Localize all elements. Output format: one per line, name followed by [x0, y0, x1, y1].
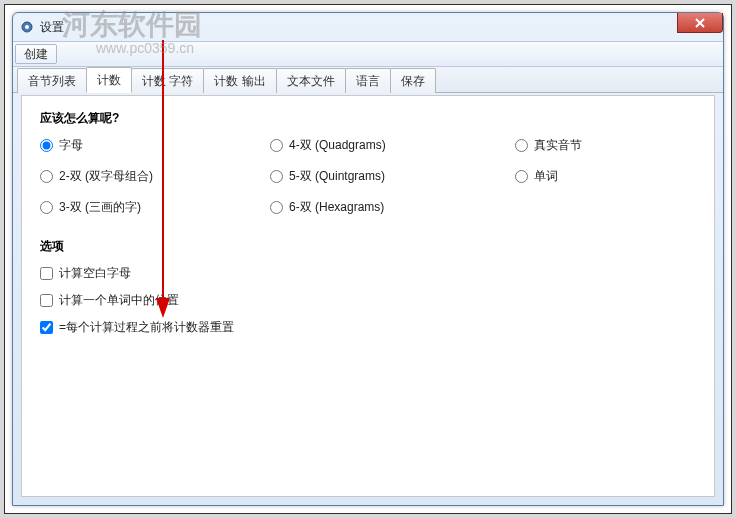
- radio-trigrams[interactable]: 3-双 (三画的字): [40, 199, 270, 216]
- check-word-position[interactable]: 计算一个单词中的位置: [40, 292, 696, 309]
- check-whitespace-input[interactable]: [40, 267, 53, 280]
- radio-trigrams-label: 3-双 (三画的字): [59, 199, 141, 216]
- count-pane: 应该怎么算呢? 字母 2-双 (双字母组合) 3-双 (三画的字) 4-双 (Q…: [22, 96, 714, 360]
- radio-quadgrams-input[interactable]: [270, 139, 283, 152]
- tab-count-chars[interactable]: 计数 字符: [131, 68, 204, 93]
- screenshot-frame: 设置 创建 音节列表 计数 计数 字符 计数 输出 文本文件 语言 保存 应该怎…: [4, 4, 732, 514]
- check-word-position-input[interactable]: [40, 294, 53, 307]
- options-section: 选项 计算空白字母 计算一个单词中的位置 =每个计算过程之前将计数器重置: [40, 238, 696, 336]
- radio-real-syllables-label: 真实音节: [534, 137, 582, 154]
- radio-hexagrams-input[interactable]: [270, 201, 283, 214]
- toolbar: 创建: [13, 41, 723, 67]
- tab-strip: 音节列表 计数 计数 字符 计数 输出 文本文件 语言 保存: [13, 67, 723, 93]
- radio-bigrams[interactable]: 2-双 (双字母组合): [40, 168, 270, 185]
- radio-trigrams-input[interactable]: [40, 201, 53, 214]
- tab-count-output[interactable]: 计数 输出: [203, 68, 276, 93]
- check-whitespace-label: 计算空白字母: [59, 265, 131, 282]
- radio-words-input[interactable]: [515, 170, 528, 183]
- radio-real-syllables[interactable]: 真实音节: [515, 137, 582, 154]
- check-reset-counter[interactable]: =每个计算过程之前将计数器重置: [40, 319, 696, 336]
- radio-quintgrams[interactable]: 5-双 (Quintgrams): [270, 168, 515, 185]
- radio-quintgrams-input[interactable]: [270, 170, 283, 183]
- options-heading: 选项: [40, 238, 696, 255]
- check-word-position-label: 计算一个单词中的位置: [59, 292, 179, 309]
- settings-window: 设置 创建 音节列表 计数 计数 字符 计数 输出 文本文件 语言 保存 应该怎…: [12, 12, 724, 506]
- radio-letters[interactable]: 字母: [40, 137, 270, 154]
- radio-letters-input[interactable]: [40, 139, 53, 152]
- tab-content: 应该怎么算呢? 字母 2-双 (双字母组合) 3-双 (三画的字) 4-双 (Q…: [21, 95, 715, 497]
- tab-text-file[interactable]: 文本文件: [276, 68, 346, 93]
- check-whitespace[interactable]: 计算空白字母: [40, 265, 696, 282]
- titlebar[interactable]: 设置: [13, 13, 723, 41]
- create-button[interactable]: 创建: [15, 44, 57, 64]
- close-button[interactable]: [677, 13, 723, 33]
- app-icon: [19, 19, 35, 35]
- radio-quadgrams[interactable]: 4-双 (Quadgrams): [270, 137, 515, 154]
- radio-bigrams-input[interactable]: [40, 170, 53, 183]
- tab-language[interactable]: 语言: [345, 68, 391, 93]
- radio-words[interactable]: 单词: [515, 168, 582, 185]
- how-heading: 应该怎么算呢?: [40, 110, 696, 127]
- window-buttons: [678, 13, 723, 33]
- svg-point-1: [25, 25, 29, 29]
- radio-quadgrams-label: 4-双 (Quadgrams): [289, 137, 386, 154]
- radio-real-syllables-input[interactable]: [515, 139, 528, 152]
- tab-syllable-list[interactable]: 音节列表: [17, 68, 87, 93]
- tab-count[interactable]: 计数: [86, 67, 132, 93]
- radio-letters-label: 字母: [59, 137, 83, 154]
- check-reset-counter-input[interactable]: [40, 321, 53, 334]
- radio-quintgrams-label: 5-双 (Quintgrams): [289, 168, 385, 185]
- count-mode-group: 字母 2-双 (双字母组合) 3-双 (三画的字) 4-双 (Quadgrams…: [40, 137, 696, 216]
- check-reset-counter-label: =每个计算过程之前将计数器重置: [59, 319, 234, 336]
- window-title: 设置: [40, 19, 64, 36]
- radio-hexagrams-label: 6-双 (Hexagrams): [289, 199, 384, 216]
- radio-words-label: 单词: [534, 168, 558, 185]
- radio-hexagrams[interactable]: 6-双 (Hexagrams): [270, 199, 515, 216]
- tab-save[interactable]: 保存: [390, 68, 436, 93]
- radio-bigrams-label: 2-双 (双字母组合): [59, 168, 153, 185]
